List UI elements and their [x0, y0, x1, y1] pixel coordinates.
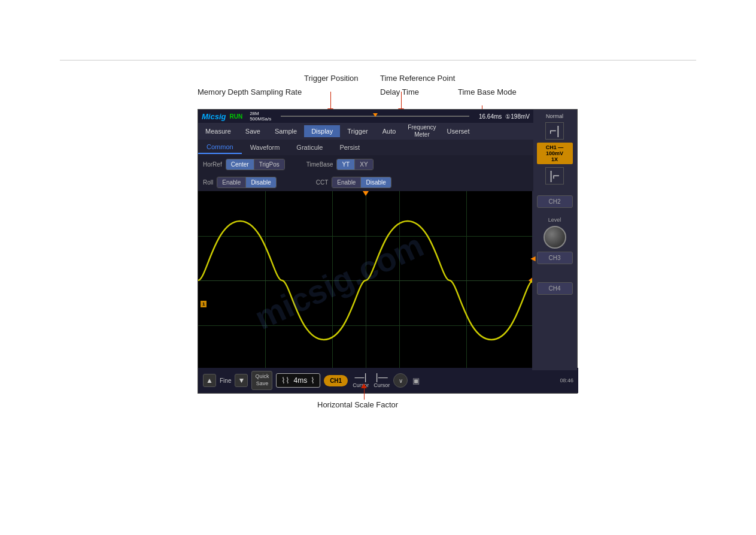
ch1-info-value: 100mV	[539, 150, 570, 156]
ch1-probe-label: 1X	[539, 156, 570, 162]
timescale-group: ⌇⌇ 4ms ⌇	[276, 373, 320, 388]
scope-sample-rate: 500MSa/s	[250, 116, 271, 122]
timebase-up-btn[interactable]: ▲	[203, 374, 216, 387]
menu-sample[interactable]: Sample	[268, 125, 304, 137]
roll-enable-btn[interactable]: Enable	[217, 177, 245, 188]
submenu-graticule[interactable]: Graticule	[288, 141, 331, 153]
quick-save-btn[interactable]: QuickSave	[251, 371, 272, 389]
timebase-down-btn[interactable]: ▼	[235, 374, 248, 387]
annotation-memory-depth: Memory Depth Sampling Rate	[198, 87, 302, 96]
ch2-btn[interactable]: CH2	[537, 195, 573, 208]
roll-label: Roll	[203, 179, 213, 186]
horref-label: HorRef	[203, 161, 222, 168]
timebase-xy-btn[interactable]: XY	[354, 159, 372, 170]
record-icon: ▣	[412, 376, 420, 385]
level-label: Level	[548, 217, 561, 223]
menu-save[interactable]: Save	[238, 125, 268, 137]
controls-row2: Roll Enable Disable CCT Enable Disable	[198, 173, 533, 191]
time-ref-pointer	[373, 113, 378, 117]
menu-measure[interactable]: Measure	[198, 125, 238, 137]
horiz-scale-arrow-line	[364, 386, 365, 400]
submenu-waveform[interactable]: Waveform	[242, 141, 289, 153]
timescale-value: 4ms	[293, 376, 307, 385]
scope-bottombar: ▲ Fine ▼ QuickSave ⌇⌇ 4ms ⌇ CH1 —| Curso…	[198, 368, 578, 393]
annotation-time-reference: Time Reference Point	[380, 74, 455, 83]
timescale-right-icon: ⌇	[311, 376, 315, 385]
annotation-delay-time: Delay Time	[380, 87, 419, 96]
menu-display[interactable]: Display	[304, 125, 340, 137]
more-options-btn[interactable]: ∨	[393, 373, 408, 388]
scope-logo: Micsig	[202, 112, 226, 121]
controls-row1: HorRef Center TrigPos TimeBase YT XY	[198, 155, 533, 173]
oscilloscope-screen: Micsig RUN 28M 500MSa/s 16.64ms ①198mV M…	[198, 109, 578, 394]
timescale-left-icon: ⌇⌇	[281, 376, 290, 385]
menu-frequency-meter[interactable]: FrequencyMeter	[403, 122, 441, 141]
menu-userset[interactable]: Userset	[441, 125, 476, 137]
horref-trigpos-btn[interactable]: TrigPos	[254, 159, 284, 170]
roll-buttons[interactable]: Enable Disable	[217, 177, 277, 188]
annotation-trigger-position: Trigger Position	[304, 74, 359, 83]
horiz-scale-arrow-head	[361, 383, 367, 388]
submenu-persist[interactable]: Persist	[331, 141, 368, 153]
normal-label: Normal	[546, 113, 563, 119]
fine-label: Fine	[220, 377, 231, 384]
time-display: 08:46	[560, 377, 573, 383]
scope-trigger-value: ①198mV	[505, 113, 530, 120]
scope-time-value: 16.64ms	[479, 113, 502, 120]
horref-buttons[interactable]: Center TrigPos	[226, 159, 285, 170]
waveform-area: 1 micsig.com	[198, 191, 533, 370]
top-rule	[60, 60, 696, 61]
ch3-btn[interactable]: CH3 ◄	[537, 252, 573, 264]
timebase-buttons[interactable]: YT XY	[336, 159, 373, 170]
submenu-common[interactable]: Common	[198, 141, 242, 154]
timebase-label: TimeBase	[306, 161, 333, 168]
annotation-time-base-mode: Time Base Mode	[458, 87, 517, 96]
waveform-svg	[198, 191, 533, 370]
ch1-info-label: CH1 —	[539, 144, 570, 150]
trigger-falling-btn[interactable]: |⌐	[545, 167, 564, 185]
cct-buttons[interactable]: Enable Disable	[332, 177, 391, 188]
menu-auto[interactable]: Auto	[375, 125, 403, 137]
cursor2-btn[interactable]: |— Cursor	[374, 373, 390, 388]
cursor1-icon: —|	[355, 373, 367, 382]
scope-menubar[interactable]: Measure Save Sample Display Trigger Auto…	[198, 123, 533, 140]
cct-disable-btn[interactable]: Disable	[360, 177, 390, 188]
trigger-rising-btn[interactable]: ⌐|	[545, 122, 564, 140]
scope-mem-depth: 28M	[250, 111, 271, 116]
cct-label: CCT	[316, 179, 329, 186]
roll-disable-btn[interactable]: Disable	[245, 177, 275, 188]
scope-submenu[interactable]: Common Waveform Graticule Persist	[198, 140, 533, 155]
annotation-horizontal-scale: Horizontal Scale Factor	[317, 400, 398, 409]
scope-topbar: Micsig RUN 28M 500MSa/s 16.64ms ①198mV	[198, 110, 533, 123]
level-knob[interactable]	[544, 226, 566, 249]
ch4-btn[interactable]: CH4	[537, 282, 573, 295]
scope-right-panel: Normal ⌐| CH1 — 100mV 1X |⌐ CH2 Level CH…	[532, 110, 577, 370]
timebase-yt-btn[interactable]: YT	[337, 159, 354, 170]
horref-center-btn[interactable]: Center	[226, 159, 254, 170]
cct-enable-btn[interactable]: Enable	[332, 177, 360, 188]
cursor2-icon: |—	[376, 373, 388, 382]
trigger-position-arrow-line	[330, 92, 331, 110]
cursor2-label: Cursor	[374, 382, 390, 388]
menu-trigger[interactable]: Trigger	[340, 125, 375, 137]
ch1-badge[interactable]: CH1	[324, 375, 348, 386]
ch1-info-block[interactable]: CH1 — 100mV 1X	[537, 143, 573, 164]
scope-run-status: RUN	[229, 113, 242, 120]
